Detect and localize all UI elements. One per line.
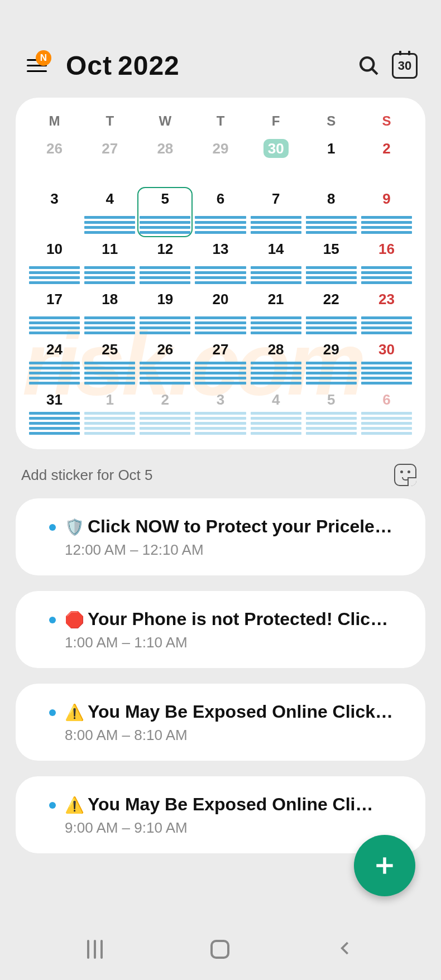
day-number: 3 <box>209 390 232 409</box>
day-number: 6 <box>375 390 397 409</box>
event-color-dot <box>49 617 56 623</box>
day-cell[interactable]: 3 <box>27 187 82 237</box>
event-title: ⚠️You May Be Exposed Online Cli… <box>65 794 405 815</box>
add-sticker-row[interactable]: Add sticker for Oct 5 <box>0 449 441 498</box>
event-indicator-bars <box>251 412 301 435</box>
event-indicator-bars <box>361 216 412 234</box>
nav-recents-button[interactable] <box>87 940 103 959</box>
day-cell[interactable]: 17 <box>27 287 82 338</box>
day-number: 15 <box>320 239 342 258</box>
day-cell[interactable]: 8 <box>304 187 359 237</box>
day-number: 18 <box>99 290 121 309</box>
day-cell[interactable]: 21 <box>248 287 304 338</box>
day-cell[interactable]: 5 <box>137 187 193 237</box>
weekday-header: T <box>193 113 248 137</box>
day-cell[interactable]: 18 <box>82 287 137 338</box>
day-number: 5 <box>320 390 342 409</box>
menu-button[interactable]: N <box>27 59 49 72</box>
day-cell[interactable]: 29 <box>193 137 248 187</box>
day-cell[interactable]: 19 <box>137 287 193 338</box>
weekday-header: M <box>27 113 82 137</box>
day-cell[interactable]: 10 <box>27 237 82 287</box>
day-cell[interactable]: 23 <box>359 287 414 338</box>
add-event-fab[interactable] <box>354 835 415 896</box>
weekday-header: S <box>304 113 359 137</box>
day-cell[interactable]: 9 <box>359 187 414 237</box>
day-number: 17 <box>44 290 66 309</box>
event-indicator-bars <box>84 412 135 435</box>
day-number: 2 <box>375 139 397 158</box>
event-indicator-bars <box>306 266 357 284</box>
day-cell[interactable]: 30 <box>248 137 304 187</box>
day-cell[interactable]: 16 <box>359 237 414 287</box>
day-cell[interactable]: 28 <box>137 137 193 187</box>
day-number: 23 <box>375 290 397 309</box>
day-cell[interactable]: 1 <box>82 388 137 438</box>
day-cell[interactable]: 25 <box>82 338 137 388</box>
week-row: 262728293012 <box>27 137 414 187</box>
week-row: 10111213141516 <box>27 237 414 287</box>
event-indicator-bars <box>29 362 80 385</box>
event-card[interactable]: 🛑Your Phone is not Protected! Clic…1:00 … <box>16 591 425 668</box>
event-card[interactable]: 🛡️Click NOW to Protect your Pricele…12:0… <box>16 498 425 575</box>
page-title[interactable]: Oct2022 <box>66 50 347 81</box>
event-indicator-bars <box>361 412 412 435</box>
event-emoji-icon: ⚠️ <box>65 704 84 721</box>
day-number: 10 <box>44 239 66 258</box>
event-card[interactable]: ⚠️You May Be Exposed Online Click…8:00 A… <box>16 684 425 761</box>
day-cell[interactable]: 22 <box>304 287 359 338</box>
day-cell[interactable]: 27 <box>193 338 248 388</box>
weekday-header: T <box>82 113 137 137</box>
day-cell[interactable]: 4 <box>82 187 137 237</box>
day-cell[interactable]: 31 <box>27 388 82 438</box>
day-cell[interactable]: 3 <box>193 388 248 438</box>
day-cell[interactable]: 27 <box>82 137 137 187</box>
day-cell[interactable]: 1 <box>304 137 359 187</box>
event-indicator-bars <box>84 362 135 385</box>
day-cell[interactable]: 6 <box>359 388 414 438</box>
day-cell[interactable]: 2 <box>137 388 193 438</box>
event-time: 8:00 AM – 8:10 AM <box>65 727 405 744</box>
day-number: 27 <box>99 139 121 158</box>
day-cell[interactable]: 7 <box>248 187 304 237</box>
event-indicator-bars <box>29 412 80 435</box>
day-cell[interactable]: 13 <box>193 237 248 287</box>
nav-back-button[interactable] <box>337 940 354 959</box>
event-indicator-bars <box>251 266 301 284</box>
event-indicator-bars <box>306 216 357 234</box>
day-number: 1 <box>320 139 342 158</box>
day-cell[interactable]: 4 <box>248 388 304 438</box>
weekday-header: F <box>248 113 304 137</box>
day-cell[interactable]: 28 <box>248 338 304 388</box>
event-indicator-bars <box>140 216 190 234</box>
day-number: 12 <box>154 239 176 258</box>
day-number: 1 <box>99 390 121 409</box>
day-cell[interactable]: 24 <box>27 338 82 388</box>
day-number: 30 <box>263 139 289 158</box>
day-cell[interactable]: 11 <box>82 237 137 287</box>
today-button[interactable]: 30 <box>391 52 419 80</box>
event-time: 12:00 AM – 12:10 AM <box>65 541 405 559</box>
event-indicator-bars <box>195 362 246 385</box>
day-cell[interactable]: 20 <box>193 287 248 338</box>
day-cell[interactable]: 26 <box>137 338 193 388</box>
svg-line-1 <box>372 69 377 74</box>
day-cell[interactable]: 26 <box>27 137 82 187</box>
day-cell[interactable]: 30 <box>359 338 414 388</box>
event-card[interactable]: ⚠️You May Be Exposed Online Cli…9:00 AM … <box>16 776 425 853</box>
day-number: 7 <box>265 189 287 208</box>
nav-home-button[interactable] <box>210 940 229 959</box>
day-cell[interactable]: 15 <box>304 237 359 287</box>
day-cell[interactable]: 5 <box>304 388 359 438</box>
notification-badge: N <box>36 50 51 66</box>
day-cell[interactable]: 2 <box>359 137 414 187</box>
event-indicator-bars <box>29 316 80 334</box>
day-cell[interactable]: 14 <box>248 237 304 287</box>
day-cell[interactable]: 6 <box>193 187 248 237</box>
event-indicator-bars <box>195 216 246 234</box>
search-button[interactable] <box>355 52 383 80</box>
day-cell[interactable]: 12 <box>137 237 193 287</box>
event-indicator-bars <box>140 412 190 435</box>
event-indicator-bars <box>361 266 412 284</box>
day-cell[interactable]: 29 <box>304 338 359 388</box>
